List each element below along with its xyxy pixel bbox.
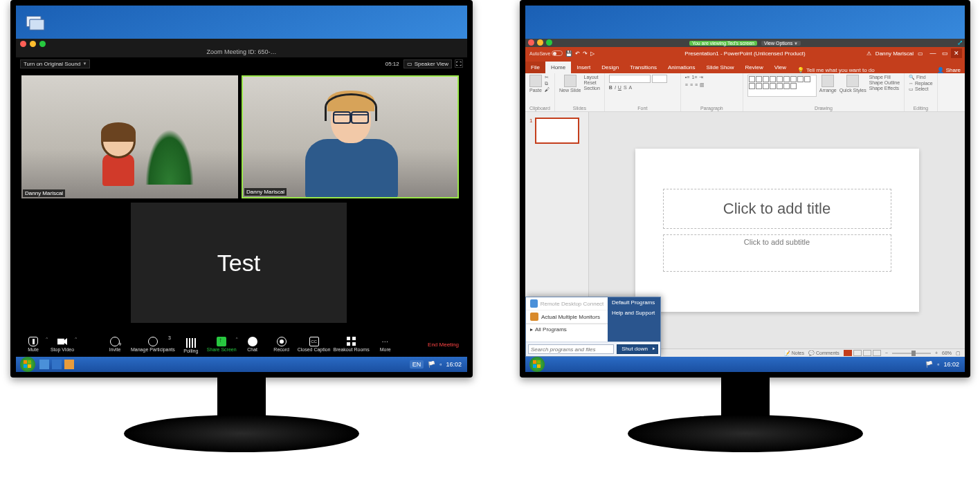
shape-fill-button[interactable]: Shape Fill bbox=[869, 75, 900, 80]
section-button[interactable]: Section bbox=[583, 86, 599, 91]
chevron-up-icon[interactable]: ^ bbox=[236, 337, 238, 341]
comments-button[interactable]: 💬 Comments bbox=[808, 351, 840, 356]
rc-expand-icon[interactable]: ⤢ bbox=[957, 39, 963, 46]
font-name-combo[interactable] bbox=[609, 75, 651, 83]
zoom-dot[interactable] bbox=[546, 39, 552, 46]
chevron-up-icon[interactable]: ^ bbox=[46, 337, 48, 341]
slideshow-view-button[interactable] bbox=[873, 350, 881, 356]
undo-icon[interactable]: ↶ bbox=[575, 50, 580, 57]
tray-flag-icon[interactable]: 🏳️ bbox=[428, 361, 435, 368]
minimize-dot[interactable] bbox=[537, 39, 543, 46]
font-size-combo[interactable] bbox=[652, 75, 667, 83]
close-dot[interactable] bbox=[20, 41, 26, 47]
polling-button[interactable]: Polling bbox=[178, 336, 204, 353]
original-sound-toggle[interactable]: Turn on Original Sound ▼ bbox=[20, 59, 90, 68]
sorter-view-button[interactable] bbox=[853, 350, 862, 356]
tray-action-center-icon[interactable]: ▫ bbox=[937, 361, 939, 368]
zoom-out-button[interactable]: − bbox=[885, 351, 888, 355]
zoom-in-button[interactable]: + bbox=[935, 351, 938, 355]
reset-button[interactable]: Reset bbox=[583, 80, 599, 85]
taskbar-left[interactable]: EN 🏳️ ▫ 16:02 bbox=[16, 357, 467, 372]
align-center-button[interactable]: ≡ bbox=[690, 82, 693, 88]
align-left-button[interactable]: ≡ bbox=[685, 82, 688, 88]
underline-button[interactable]: U bbox=[618, 85, 621, 90]
end-meeting-button[interactable]: End Meeting bbox=[428, 342, 459, 348]
save-icon[interactable]: 💾 bbox=[565, 50, 572, 57]
invite-button[interactable]: Invite bbox=[102, 337, 128, 352]
tell-me-search[interactable]: 💡 Tell me what you want to do bbox=[797, 67, 875, 73]
closed-caption-button[interactable]: CCClosed Caption bbox=[298, 337, 331, 352]
mute-button[interactable]: Mute^ bbox=[20, 337, 46, 352]
tab-insert[interactable]: Insert bbox=[571, 62, 596, 73]
format-painter-button[interactable]: 🖌 bbox=[545, 87, 550, 92]
tray-action-center-icon[interactable]: ▫ bbox=[439, 361, 442, 368]
more-button[interactable]: …More bbox=[372, 337, 399, 352]
taskbar-right[interactable]: 🏳️ ▫ 16:02 bbox=[525, 357, 965, 372]
folder-icon[interactable] bbox=[64, 360, 74, 369]
maximize-button[interactable]: ▭ bbox=[939, 48, 950, 58]
numbering-button[interactable]: 1≡ bbox=[691, 75, 697, 80]
start-menu[interactable]: Remote Desktop Connection Actual Multipl… bbox=[525, 297, 661, 357]
copy-button[interactable]: ⧉ bbox=[545, 81, 550, 86]
start-button[interactable] bbox=[529, 357, 545, 372]
tab-home[interactable]: Home bbox=[545, 62, 571, 73]
clock[interactable]: 16:02 bbox=[943, 361, 959, 368]
clock[interactable]: 16:02 bbox=[446, 361, 462, 368]
video-tile-1[interactable]: Danny Mariscal bbox=[21, 75, 238, 198]
italic-button[interactable]: I bbox=[615, 85, 616, 90]
start-button[interactable] bbox=[20, 357, 35, 372]
quick-styles-button[interactable]: Quick Styles bbox=[840, 75, 866, 93]
shape-effects-button[interactable]: Shape Effects bbox=[869, 86, 900, 91]
video-tile-2-active[interactable]: Danny Mariscal bbox=[242, 75, 459, 198]
signed-in-user[interactable]: Danny Mariscal bbox=[875, 50, 914, 57]
shapes-gallery[interactable] bbox=[747, 75, 817, 97]
start-item-rdc[interactable]: Remote Desktop Connection bbox=[526, 297, 608, 310]
system-tray-right[interactable]: 🏳️ ▫ 16:02 bbox=[925, 361, 959, 368]
cut-button[interactable]: ✂ bbox=[545, 75, 550, 80]
normal-view-button[interactable] bbox=[844, 350, 852, 356]
subtitle-placeholder[interactable]: Click to add subtitle bbox=[663, 234, 891, 272]
font-color-button[interactable]: A bbox=[629, 85, 633, 90]
shutdown-button[interactable]: Shut down bbox=[617, 344, 658, 354]
zoom-dot[interactable] bbox=[39, 41, 46, 47]
select-button[interactable]: ▭ Select bbox=[909, 86, 933, 92]
bullets-button[interactable]: •≡ bbox=[685, 75, 690, 80]
new-slide-button[interactable]: New Slide bbox=[559, 75, 581, 93]
bold-button[interactable]: B bbox=[609, 85, 612, 90]
layout-button[interactable]: Layout bbox=[583, 75, 599, 80]
tab-slideshow[interactable]: Slide Show bbox=[701, 62, 740, 73]
slide-canvas[interactable]: Click to add title Click to add subtitle bbox=[635, 149, 919, 312]
record-button[interactable]: Record bbox=[269, 337, 295, 352]
stop-video-button[interactable]: Stop Video^ bbox=[49, 337, 75, 352]
chevron-up-icon[interactable]: ^ bbox=[75, 337, 77, 341]
fullscreen-button[interactable]: ⛶ bbox=[455, 59, 463, 68]
tab-transitions[interactable]: Transitions bbox=[624, 62, 662, 73]
zoom-percent[interactable]: 68% bbox=[942, 351, 952, 355]
speaker-view-button[interactable]: ▭ Speaker View bbox=[403, 59, 452, 68]
help-and-support[interactable]: Help and Support bbox=[608, 308, 660, 318]
paste-button[interactable]: Paste bbox=[529, 75, 542, 93]
notes-button[interactable]: 📝 Notes bbox=[784, 351, 804, 356]
reading-view-button[interactable] bbox=[863, 350, 871, 356]
share-screen-button[interactable]: Share Screen^ bbox=[207, 337, 237, 352]
autosave-toggle[interactable]: AutoSave bbox=[529, 50, 563, 56]
title-placeholder[interactable]: Click to add title bbox=[663, 189, 891, 229]
view-options-button[interactable]: View Options ▼ bbox=[761, 41, 801, 46]
start-item-amm[interactable]: Actual Multiple Monitors bbox=[526, 310, 608, 324]
replace-button[interactable]: ↔ Replace bbox=[909, 81, 933, 86]
indent-button[interactable]: ⇥ bbox=[699, 75, 703, 80]
manage-participants-button[interactable]: 3Manage Participants bbox=[131, 337, 175, 352]
arrange-button[interactable]: Arrange bbox=[819, 75, 837, 93]
ribbon-options-icon[interactable]: ▭ bbox=[918, 50, 923, 57]
default-programs[interactable]: Default Programs bbox=[608, 297, 660, 308]
strike-button[interactable]: S bbox=[624, 85, 627, 90]
start-slideshow-icon[interactable]: ▷ bbox=[590, 50, 595, 57]
tray-flag-icon[interactable]: 🏳️ bbox=[925, 361, 933, 368]
tab-animations[interactable]: Animations bbox=[662, 62, 701, 73]
tab-review[interactable]: Review bbox=[740, 62, 769, 73]
tab-file[interactable]: File bbox=[525, 62, 545, 73]
columns-button[interactable]: ▥ bbox=[700, 82, 705, 88]
breakout-rooms-button[interactable]: Breakout Rooms bbox=[334, 337, 370, 352]
align-right-button[interactable]: ≡ bbox=[695, 82, 698, 88]
all-programs[interactable]: ▸ All Programs bbox=[526, 324, 608, 335]
